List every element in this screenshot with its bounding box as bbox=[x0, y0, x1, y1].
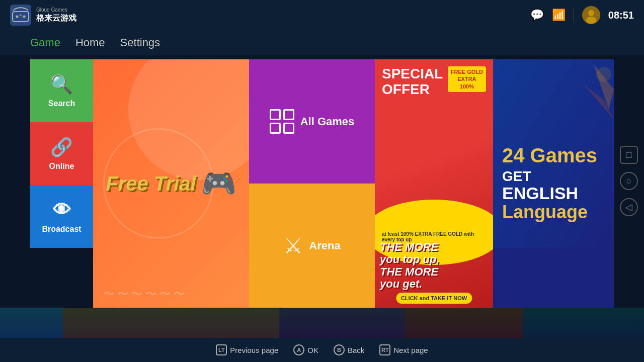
games-24-banner[interactable]: 24 Games GET ENGLISH Language bbox=[493, 59, 614, 308]
header: Gloud Games 格来云游戏 💬 📶 08:51 bbox=[0, 0, 644, 30]
grid-cell bbox=[270, 109, 281, 120]
svg-point-2 bbox=[16, 16, 19, 18]
lt-badge: LT bbox=[216, 344, 227, 355]
nav-bar: Game Home Settings bbox=[0, 30, 644, 55]
sub-col: All Games ⚔ Arena bbox=[249, 59, 375, 308]
ok-control[interactable]: A OK bbox=[293, 344, 318, 355]
games-24-title: 24 Games bbox=[502, 144, 605, 166]
square-button[interactable]: □ bbox=[620, 146, 638, 164]
cta-button[interactable]: CLICK and TAKE IT NOW bbox=[396, 293, 472, 304]
reflection-24 bbox=[523, 308, 644, 338]
wifi-icon: 📶 bbox=[552, 9, 566, 22]
games-24-language: Language bbox=[502, 202, 605, 223]
nav-item-game[interactable]: Game bbox=[30, 36, 60, 49]
grid-cell bbox=[283, 109, 294, 120]
reflection-offer bbox=[405, 308, 523, 338]
grid-icon bbox=[270, 109, 294, 134]
special-offer-banner[interactable]: SPECIALOFFER FREE GOLDEXTRA100% at least… bbox=[375, 59, 493, 308]
offer-main: THE MOREyou top up,THE MOREyou get. bbox=[380, 241, 488, 290]
arena-button[interactable]: ⚔ Arena bbox=[249, 184, 375, 308]
back-triangle-button[interactable]: ◁ bbox=[620, 198, 638, 216]
sidebar-broadcast-button[interactable]: 👁 Broadcast bbox=[30, 185, 93, 248]
message-icon[interactable]: 💬 bbox=[530, 9, 544, 22]
nav-item-home[interactable]: Home bbox=[75, 36, 105, 49]
reflection-area bbox=[0, 308, 644, 338]
nav-item-settings[interactable]: Settings bbox=[120, 36, 160, 49]
header-divider bbox=[574, 8, 574, 23]
svg-point-6 bbox=[588, 10, 594, 16]
reflection-trial bbox=[63, 308, 279, 338]
all-games-label: All Games bbox=[300, 115, 355, 128]
time-display: 08:51 bbox=[608, 10, 634, 21]
search-icon: 🔍 bbox=[50, 74, 73, 95]
broadcast-label: Broadcast bbox=[42, 225, 81, 234]
prev-page-control[interactable]: LT Previous page bbox=[216, 344, 278, 355]
logo-area: Gloud Games 格来云游戏 bbox=[10, 5, 76, 26]
special-offer-badge: FREE GOLDEXTRA100% bbox=[448, 66, 486, 92]
next-page-label: Next page bbox=[393, 346, 428, 354]
arena-label: Arena bbox=[309, 239, 340, 252]
back-label: Back bbox=[348, 346, 364, 354]
reflection-broadcast bbox=[0, 308, 63, 338]
all-games-button[interactable]: All Games bbox=[249, 59, 375, 184]
ok-label: OK bbox=[307, 346, 318, 354]
prev-page-label: Previous page bbox=[230, 346, 278, 354]
grid-cell bbox=[283, 123, 294, 134]
free-trial-banner[interactable]: Free Trial 🎮 〜〜〜〜〜〜 bbox=[93, 59, 249, 308]
games-24-english: ENGLISH bbox=[502, 185, 605, 202]
logo-text: Gloud Games 格来云游戏 bbox=[36, 7, 76, 24]
brand-en: Gloud Games bbox=[36, 7, 76, 13]
b-badge: B bbox=[334, 344, 345, 355]
controller-overlay: □ ○ ◁ bbox=[620, 146, 638, 216]
grid-cell bbox=[270, 123, 281, 134]
a-badge: A bbox=[293, 344, 304, 355]
broadcast-icon: 👁 bbox=[53, 200, 71, 221]
svg-point-3 bbox=[23, 16, 26, 18]
header-controls: 💬 📶 08:51 bbox=[530, 6, 634, 24]
brand-cn: 格来云游戏 bbox=[36, 13, 76, 24]
svg-point-7 bbox=[586, 17, 596, 24]
back-control[interactable]: B Back bbox=[334, 344, 364, 355]
offer-more-text: THE MOREyou top up,THE MOREyou get. bbox=[380, 241, 488, 290]
circle-button[interactable]: ○ bbox=[620, 172, 638, 190]
games-24-get: GET bbox=[502, 168, 605, 185]
trial-content: Free Trial 🎮 bbox=[106, 167, 236, 200]
arena-icon: ⚔ bbox=[283, 233, 303, 258]
reflection-games bbox=[279, 308, 405, 338]
wave-pattern: 〜〜〜〜〜〜 bbox=[103, 287, 188, 302]
main-content: 🔍 Search 🔗 Online 👁 Broadcast Free Trial… bbox=[0, 55, 644, 308]
bottom-bar: LT Previous page A OK B Back RT Next pag… bbox=[0, 338, 644, 362]
search-label: Search bbox=[48, 99, 75, 108]
rt-badge: RT bbox=[379, 344, 390, 355]
svg-rect-4 bbox=[20, 15, 22, 16]
sidebar-online-button[interactable]: 🔗 Online bbox=[30, 122, 93, 185]
sidebar-search-button[interactable]: 🔍 Search bbox=[30, 59, 93, 122]
logo-icon bbox=[10, 5, 31, 26]
avatar[interactable] bbox=[582, 6, 600, 24]
online-label: Online bbox=[49, 162, 74, 171]
svg-point-11 bbox=[596, 67, 611, 82]
link-icon: 🔗 bbox=[50, 137, 73, 158]
controller-icon: 🎮 bbox=[201, 167, 236, 200]
sidebar: 🔍 Search 🔗 Online 👁 Broadcast bbox=[30, 59, 93, 308]
next-page-control[interactable]: RT Next page bbox=[379, 344, 428, 355]
trial-text: Free Trial bbox=[106, 172, 196, 195]
